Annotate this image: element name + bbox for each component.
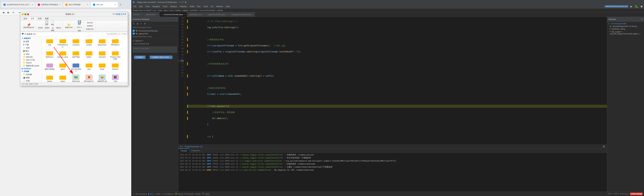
browser-tab-1[interactable]: 企业管理-Day4-04-文件上传下... × (1, 2, 35, 8)
fe-item-akinstall[interactable]: ⚙ AKInstall.2.0.7.4.exe (83, 74, 95, 82)
fe-item-akplatform[interactable]: AKPlatform (109, 38, 121, 49)
ide-menu-navigate[interactable]: Navigate (151, 4, 161, 8)
structure-item-basepath[interactable]: f basePath: String (607, 28, 644, 30)
run-bar-spring[interactable]: 🌿 Spring (175, 193, 183, 195)
new-tab-btn[interactable]: + (118, 3, 122, 7)
ide-menu-code[interactable]: Code (162, 4, 168, 8)
fe-item-dishes[interactable]: 🍽 dishes.jpg (70, 74, 82, 82)
event-log-btn[interactable]: Event Log (620, 193, 629, 195)
ide-minimize-btn[interactable]: ─ (179, 1, 181, 4)
fe-newfolder-ribbon-btn[interactable]: 📁新建文件夹 (64, 23, 73, 29)
run-bar-problems[interactable]: ⚠ 0 Problems (162, 193, 174, 195)
ide-tab-categorycontroller[interactable]: CategoryController.java × (229, 12, 255, 17)
fe-item-v2rayn[interactable]: v2rayN (83, 38, 95, 49)
browser-tab-4[interactable]: 文件上传 × (91, 2, 118, 8)
fe-pin-btn[interactable]: 📌固定到快速访问 (23, 23, 35, 29)
ide-menu-file[interactable]: File (132, 4, 138, 8)
browser-tab-2[interactable]: 内置管理-CSDN创意库 × (36, 2, 62, 8)
fe-item-game[interactable]: game (57, 62, 69, 73)
structure-item-controller[interactable]: C CommonController (607, 22, 644, 25)
fe-props-btn[interactable]: ℹ️属性 (77, 20, 82, 26)
fe-sidebar-pics[interactable]: 🖼 图片 (20, 50, 42, 53)
code-content[interactable]: // if (file.toString()) { log.info(file.… (185, 17, 607, 144)
vcs-revert-btn[interactable]: ↩ (140, 22, 143, 25)
vcs-refresh-btn[interactable]: ↻ (132, 22, 135, 25)
ide-close-btn[interactable]: ✕ (184, 1, 186, 4)
fe-sidebar-javascript[interactable]: 📁 Java script (20, 58, 42, 61)
fe-sidebar-downloads[interactable]: ⬇ 下载 (20, 43, 42, 46)
fe-paste-btn[interactable]: 📄粘贴 (50, 20, 55, 26)
fe-close-btn[interactable] (27, 13, 29, 15)
fe-sidebar-3d[interactable]: 📁 3D对象 (20, 73, 42, 76)
vcs-checkbox-uploadhtml[interactable] (132, 32, 135, 35)
fe-item-img[interactable]: img (44, 38, 56, 49)
fe-manage-btn[interactable]: 管理 (112, 13, 116, 16)
fe-move-btn[interactable]: 移动到 (38, 26, 44, 32)
fe-maximize-btn[interactable] (24, 13, 26, 15)
fe-item-steam[interactable]: steam (57, 74, 69, 82)
fe-item-psautorecover[interactable]: PSAutoRecover (57, 38, 69, 49)
fe-item-study[interactable]: Study (96, 62, 108, 73)
console-settings-btn[interactable]: ⚙ (602, 145, 606, 148)
fe-sidebar-gitcode[interactable]: 📁 GitCode (20, 56, 42, 58)
ide-tab-close-listhtml[interactable]: × (140, 14, 142, 16)
run-bar-todo[interactable]: TODO (155, 193, 160, 195)
ide-menu-view[interactable]: View (144, 4, 151, 8)
vcs-more-btn[interactable]: ⋮ (147, 22, 150, 25)
fe-address-bar[interactable]: 🖥️ D:\新建卷 (D:) 🔍 搜索新建卷 (D:) 中搜索 (20, 32, 128, 36)
fe-item-steamtools[interactable]: SteamTools (96, 38, 108, 49)
fe-open-btn[interactable]: 打开 ▼ (76, 26, 82, 29)
tab-close-1[interactable]: × (32, 4, 33, 6)
console-tab-endpoints[interactable]: Endpoints (189, 148, 202, 152)
ide-menu-tools[interactable]: Tools (202, 4, 209, 8)
fe-history-btn[interactable]: 历史记录 (86, 22, 94, 24)
ide-menu-window[interactable]: Window (215, 4, 224, 8)
fe-item-oqicmgr[interactable]: oqicmgr_docp (57, 50, 69, 61)
fe-item-comment[interactable]: comment (70, 38, 82, 49)
fe-delete-btn[interactable]: ✕删除 (51, 26, 55, 32)
fe-item-leidian[interactable]: leidian (83, 50, 95, 61)
run-bar-run[interactable]: ▶ Run (148, 193, 154, 195)
browser-tab-3[interactable]: 笔记-CSDN创意 × (63, 2, 90, 8)
structure-item-upload[interactable]: m uploadMultipartFile: R<String> (607, 25, 644, 28)
vcs-commit-input[interactable] (132, 46, 177, 52)
fe-sidebar-typora[interactable]: 📁 Typora (20, 61, 42, 64)
vcs-commit-btn[interactable]: COMMIT (134, 56, 146, 59)
ide-tab-listhtml[interactable]: list.html × (131, 12, 144, 17)
vcs-commit-push-btn[interactable]: COMMIT AND PUSH... (150, 56, 173, 59)
tab-close-3[interactable]: × (87, 4, 88, 6)
ide-menu-git[interactable]: Git (210, 4, 214, 8)
run-bar-profiler[interactable]: Profiler (195, 193, 201, 195)
ide-menu-refactor[interactable]: Refactor (178, 4, 188, 8)
run-bar-git[interactable]: ⎇ Git: developer (132, 193, 147, 195)
fe-sidebar-docs2[interactable]: 📄 文档 (20, 79, 42, 82)
fe-sidebar-desktop[interactable]: 🖥 桌面 (20, 40, 42, 43)
vcs-checkbox-commoncontroller[interactable] (132, 30, 135, 32)
fe-rename-btn[interactable]: 重命名 (56, 26, 62, 32)
run-bar-build[interactable]: 🔨 Build (202, 193, 209, 195)
fe-edit-btn[interactable]: 编辑 (77, 29, 82, 32)
fe-sidebar-assets[interactable]: 📁 猫娘外置.assets (20, 64, 42, 67)
ide-tab-close-appyml[interactable]: × (202, 14, 203, 16)
ide-menu-help[interactable]: Help (224, 4, 231, 8)
fe-item-adobe[interactable]: Adobe (44, 74, 56, 82)
fe-zip-btn[interactable]: 压缩文件夹 (85, 28, 94, 31)
tab-close-2[interactable]: × (60, 4, 60, 6)
vcs-file-commoncontroller[interactable]: M CommonController.java (131, 29, 178, 32)
fe-sidebar-docs[interactable]: 📄 文档 (20, 46, 42, 50)
ide-tab-logincheck[interactable]: LoginCheckFilter.java × (206, 12, 229, 17)
ide-tab-close-commoncontroller[interactable]: × (184, 14, 185, 16)
vcs-file-uploadhtml[interactable]: M upload.html (131, 32, 178, 35)
ide-run-btn[interactable]: ▶ (630, 4, 633, 8)
ide-menu-analyze[interactable]: Analyze (169, 4, 178, 8)
fe-item-1jpg[interactable]: 🖼 1.jpg (109, 74, 121, 82)
ide-tab-uploadhtml[interactable]: upload.html × (144, 12, 160, 17)
fe-ribbon-tab-share[interactable]: 共享 (36, 17, 43, 20)
ide-stop-btn[interactable]: ⏹ (640, 4, 643, 8)
vcs-settings-btn[interactable]: ⚙ (143, 22, 146, 25)
fe-item-mydrivers[interactable]: MyDrivers (44, 50, 56, 61)
fe-ribbon-tab-home[interactable]: 主页 (29, 17, 36, 20)
fe-copyto-btn[interactable]: 复制到 (44, 26, 50, 32)
console-tab-console[interactable]: Console (178, 148, 189, 152)
fe-item-deeprain[interactable]: 100+DeepRain (70, 62, 82, 73)
